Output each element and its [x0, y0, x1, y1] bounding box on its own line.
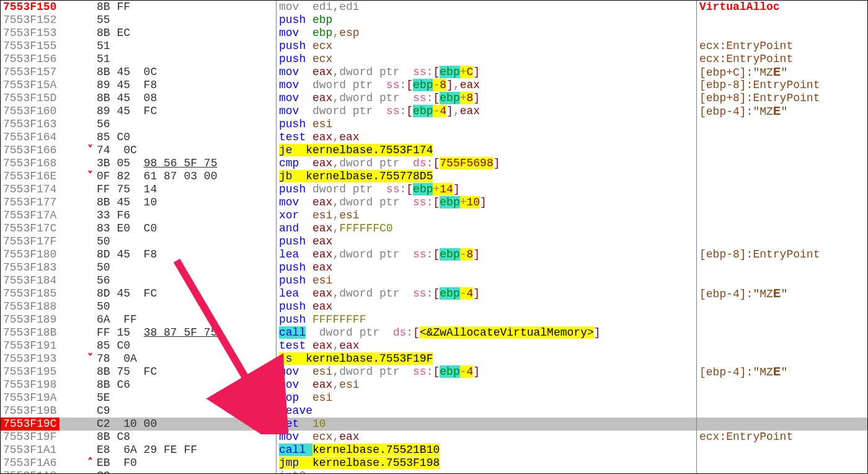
disasm-row[interactable]: 7553F16356push esi — [1, 118, 867, 131]
disasm-row[interactable]: 7553F16485 C0test eax,eax — [1, 131, 867, 144]
disasm-row[interactable]: 7553F193˅78 0Ajs kernelbase.7553F19F — [1, 352, 867, 365]
disassembly-view[interactable]: 7553F1508B FFmov edi,ediVirtualAlloc7553… — [1, 1, 867, 473]
disasm-row[interactable]: 7553F1A8CCint3 — [1, 470, 867, 474]
comment-cell — [697, 209, 867, 222]
bytes-cell: 89 45 F8 — [97, 79, 277, 92]
disasm-row[interactable]: 7553F18456push esi — [1, 274, 867, 287]
disasm-row[interactable]: 7553F15A89 45 F8mov dword ptr ss:[ebp-8]… — [1, 79, 867, 92]
address-cell: 7553F1A6 — [1, 457, 60, 470]
address-cell: 7553F17A — [1, 209, 60, 222]
disasm-row[interactable]: 7553F17C83 E0 C0and eax,FFFFFFC0 — [1, 222, 867, 235]
disasm-row[interactable]: 7553F15255push ebp — [1, 14, 867, 27]
disasm-cell: push ecx — [277, 40, 697, 53]
jump-indicator — [60, 105, 97, 118]
address-cell: 7553F18B — [1, 326, 60, 339]
jump-indicator — [60, 157, 97, 170]
comment-cell — [697, 14, 867, 27]
jump-indicator: ˅ — [60, 352, 97, 365]
address-cell: 7553F15D — [1, 92, 60, 105]
disasm-cell: push ecx — [277, 53, 697, 66]
comment-cell — [697, 144, 867, 157]
disasm-row[interactable]: 7553F15551push ecxecx:EntryPoint — [1, 40, 867, 53]
disasm-cell: js kernelbase.7553F19F — [277, 352, 697, 365]
address-cell: 7553F157 — [1, 66, 60, 79]
disasm-row[interactable]: 7553F18BFF 15 38 87 5F 75call dword ptr … — [1, 326, 867, 339]
comment-cell — [697, 313, 867, 326]
disasm-row[interactable]: 7553F19BC9leave — [1, 405, 867, 418]
jump-indicator — [60, 14, 97, 27]
address-cell: 7553F1A1 — [1, 444, 60, 457]
address-cell: 7553F177 — [1, 196, 60, 209]
disasm-row[interactable]: 7553F1808D 45 F8lea eax,dword ptr ss:[eb… — [1, 248, 867, 261]
disasm-row[interactable]: 7553F1858D 45 FClea eax,dword ptr ss:[eb… — [1, 287, 867, 300]
disasm-row[interactable]: 7553F18850push eax — [1, 300, 867, 313]
bytes-cell: 56 — [97, 118, 277, 131]
comment-cell — [697, 339, 867, 352]
address-cell: 7553F168 — [1, 157, 60, 170]
disasm-cell: jmp kernelbase.7553F198 — [277, 457, 697, 470]
bytes-cell: C2 10 00 — [97, 418, 277, 431]
disasm-row[interactable]: 7553F1508B FFmov edi,ediVirtualAlloc — [1, 1, 867, 14]
disasm-row[interactable]: 7553F16E˅0F 82 61 87 03 00jb kernelbase.… — [1, 170, 867, 183]
bytes-cell: 50 — [97, 300, 277, 313]
disasm-cell: mov eax,esi — [277, 378, 697, 391]
disasm-cell: lea eax,dword ptr ss:[ebp-8] — [277, 248, 697, 261]
jump-indicator — [60, 378, 97, 391]
disasm-row[interactable]: 7553F17F50push eax — [1, 235, 867, 248]
address-cell: 7553F1A8 — [1, 470, 60, 474]
disasm-cell: je kernelbase.7553F174 — [277, 144, 697, 157]
disasm-cell: int3 — [277, 470, 697, 474]
disasm-cell: push eax — [277, 235, 697, 248]
disasm-row[interactable]: 7553F18350push eax — [1, 261, 867, 274]
disasm-row[interactable]: 7553F19CC2 10 00ret 10 — [1, 418, 867, 431]
disasm-row[interactable]: 7553F15651push ecxecx:EntryPoint — [1, 53, 867, 66]
disasm-cell: leave — [277, 405, 697, 418]
bytes-cell: 6A FF — [97, 313, 277, 326]
disasm-cell: xor esi,esi — [277, 209, 697, 222]
comment-cell — [697, 300, 867, 313]
disasm-cell: push eax — [277, 300, 697, 313]
jump-indicator — [60, 53, 97, 66]
disasm-row[interactable]: 7553F1896A FFpush FFFFFFFF — [1, 313, 867, 326]
disasm-row[interactable]: 7553F1958B 75 FCmov esi,dword ptr ss:[eb… — [1, 365, 867, 378]
disasm-row[interactable]: 7553F17A33 F6xor esi,esi — [1, 209, 867, 222]
disasm-row[interactable]: 7553F1578B 45 0Cmov eax,dword ptr ss:[eb… — [1, 66, 867, 79]
disasm-row[interactable]: 7553F1778B 45 10mov eax,dword ptr ss:[eb… — [1, 196, 867, 209]
comment-cell — [697, 378, 867, 391]
disasm-row[interactable]: 7553F1A6˄EB F0jmp kernelbase.7553F198 — [1, 457, 867, 470]
disasm-cell: mov dword ptr ss:[ebp-4],eax — [277, 105, 697, 118]
address-cell: 7553F188 — [1, 300, 60, 313]
disasm-row[interactable]: 7553F19185 C0test eax,eax — [1, 339, 867, 352]
jump-indicator — [60, 248, 97, 261]
jump-indicator — [60, 339, 97, 352]
address-cell: 7553F19A — [1, 391, 60, 405]
disasm-row[interactable]: 7553F19F8B C8mov ecx,eaxecx:EntryPoint — [1, 431, 867, 444]
disasm-row[interactable]: 7553F19A5Epop esi — [1, 391, 867, 405]
comment-cell — [697, 235, 867, 248]
disasm-row[interactable]: 7553F1A1E8 6A 29 FE FFcall kernelbase.75… — [1, 444, 867, 457]
jump-indicator — [60, 405, 97, 418]
disasm-row[interactable]: 7553F16089 45 FCmov dword ptr ss:[ebp-4]… — [1, 105, 867, 118]
disasm-row[interactable]: 7553F15D8B 45 08mov eax,dword ptr ss:[eb… — [1, 92, 867, 105]
comment-cell — [697, 118, 867, 131]
disasm-row[interactable]: 7553F1538B ECmov ebp,esp — [1, 27, 867, 40]
disasm-cell: cmp eax,dword ptr ds:[755F5698] — [277, 157, 697, 170]
address-cell: 7553F15A — [1, 79, 60, 92]
disasm-cell: push eax — [277, 261, 697, 274]
jump-indicator — [60, 222, 97, 235]
disasm-row[interactable]: 7553F166˅74 0Cje kernelbase.7553F174 — [1, 144, 867, 157]
disasm-row[interactable]: 7553F174FF 75 14push dword ptr ss:[ebp+1… — [1, 183, 867, 196]
disasm-cell: push esi — [277, 274, 697, 287]
bytes-cell: 74 0C — [97, 144, 277, 157]
jump-indicator — [60, 183, 97, 196]
bytes-cell: 8B C6 — [97, 378, 277, 391]
disasm-cell: call dword ptr ds:[<&ZwAllocateVirtualMe… — [277, 326, 697, 339]
address-cell: 7553F195 — [1, 365, 60, 378]
disasm-row[interactable]: 7553F1988B C6mov eax,esi — [1, 378, 867, 391]
jump-indicator — [60, 391, 97, 405]
address-cell: 7553F183 — [1, 261, 60, 274]
address-cell: 7553F184 — [1, 274, 60, 287]
bytes-cell: 8B 45 10 — [97, 196, 277, 209]
address-cell: 7553F17F — [1, 235, 60, 248]
disasm-row[interactable]: 7553F1683B 05 98 56 5F 75cmp eax,dword p… — [1, 157, 867, 170]
